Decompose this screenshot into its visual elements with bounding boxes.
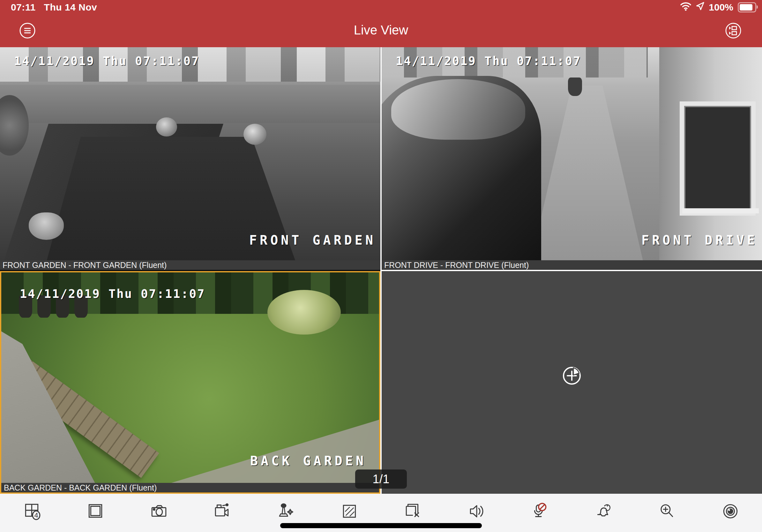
- scene-planter: [568, 78, 582, 96]
- osd-timestamp: 14/11/2019 Thu 07:11:07: [14, 54, 199, 68]
- close-window-icon: [404, 502, 422, 522]
- video-camera-icon: [213, 502, 232, 522]
- live-view-screen: 07:11 Thu 14 Nov 100%: [0, 0, 762, 532]
- pane-divider-horizontal: [382, 270, 762, 271]
- osd-timestamp: 14/11/2019 Thu 07:11:07: [396, 54, 581, 68]
- wifi-icon: [680, 1, 692, 13]
- digital-zoom-button[interactable]: [635, 494, 699, 532]
- home-indicator[interactable]: [280, 523, 482, 528]
- camera-label: FRONT GARDEN - FRONT GARDEN (Fluent): [0, 260, 380, 270]
- scene-window: [680, 101, 756, 216]
- window-division-button[interactable]: 4: [0, 494, 63, 532]
- camera-list-button[interactable]: [725, 22, 741, 39]
- scene-bush: [267, 290, 341, 335]
- fisheye-button[interactable]: [699, 494, 762, 532]
- camera-label: FRONT DRIVE - FRONT DRIVE (Fluent): [382, 260, 762, 270]
- scene-bush: [156, 117, 177, 137]
- speaker-icon: [467, 502, 486, 522]
- image-quality-icon: [340, 502, 359, 522]
- add-camera-button[interactable]: [559, 363, 584, 388]
- osd-camera-name: BACK GARDEN: [250, 453, 366, 468]
- page-title: Live View: [0, 23, 762, 37]
- scene-window-sill: [682, 208, 759, 213]
- battery-percent: 100%: [709, 2, 733, 13]
- camera-icon: [150, 502, 168, 522]
- single-window-icon: [86, 502, 105, 522]
- camera-pane-front-drive[interactable]: 14/11/2019 Thu 07:11:07 FRONT DRIVE FRON…: [382, 47, 762, 270]
- ptz-joystick-icon: [277, 502, 295, 522]
- scene-car-roof: [391, 79, 525, 140]
- mic-disabled-icon: [531, 502, 549, 522]
- osd-timestamp: 14/11/2019 Thu 07:11:07: [20, 287, 205, 301]
- camera-label: BACK GARDEN - BACK GARDEN (Fluent): [1, 483, 379, 493]
- camera-pane-front-garden[interactable]: 14/11/2019 Thu 07:11:07 FRONT GARDEN FRO…: [0, 47, 380, 270]
- camera-list-icon: [725, 34, 741, 40]
- add-camera-icon: [559, 384, 584, 389]
- scene-bush: [244, 124, 267, 145]
- alarm-bell-icon: [594, 502, 613, 522]
- record-button[interactable]: [190, 494, 254, 532]
- status-bar: 07:11 Thu 14 Nov 100%: [0, 0, 762, 14]
- camera-pane-back-garden-selected[interactable]: 14/11/2019 Thu 07:11:07 BACK GARDEN BACK…: [0, 271, 380, 494]
- nav-bar: Live View: [0, 14, 762, 47]
- two-way-audio-button[interactable]: [508, 494, 572, 532]
- battery-icon: [738, 2, 756, 13]
- alarm-output-button[interactable]: [572, 494, 635, 532]
- osd-camera-name: FRONT DRIVE: [642, 233, 758, 247]
- camera-pane-empty[interactable]: [382, 271, 762, 494]
- scene-pot: [29, 212, 64, 240]
- video-feed[interactable]: 14/11/2019 Thu 07:11:07 FRONT GARDEN: [0, 47, 380, 260]
- window-count: 4: [34, 511, 38, 519]
- status-time: 07:11: [11, 2, 36, 13]
- scene-road: [0, 85, 380, 123]
- snapshot-button[interactable]: [127, 494, 190, 532]
- video-feed[interactable]: 14/11/2019 Thu 07:11:07 BACK GARDEN: [1, 272, 379, 483]
- page-indicator: 1/1: [355, 470, 407, 489]
- status-date: Thu 14 Nov: [44, 2, 97, 13]
- zoom-in-icon: [658, 502, 676, 522]
- osd-camera-name: FRONT GARDEN: [249, 233, 376, 247]
- location-arrow-icon: [695, 1, 705, 13]
- video-feed[interactable]: 14/11/2019 Thu 07:11:07 FRONT DRIVE: [382, 47, 762, 260]
- fisheye-icon: [721, 502, 740, 522]
- single-window-button[interactable]: [63, 494, 127, 532]
- grid-4-icon: 4: [23, 502, 41, 522]
